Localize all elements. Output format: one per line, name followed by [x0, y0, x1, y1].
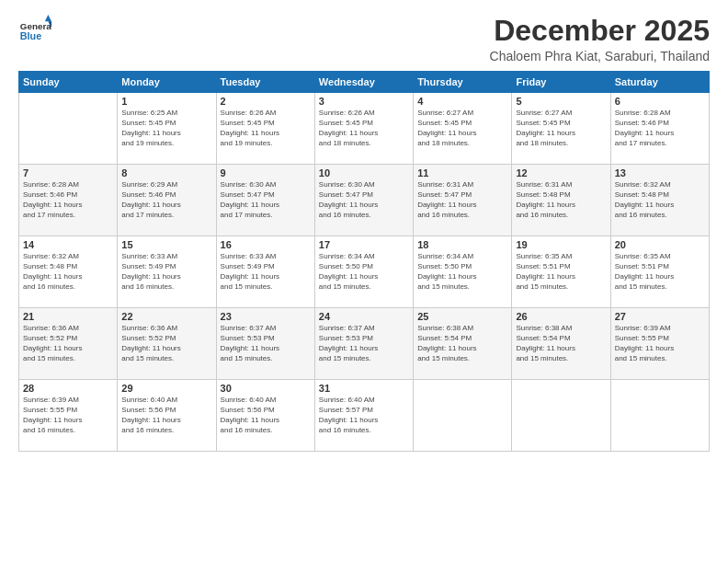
day-number: 31: [319, 383, 409, 394]
day-number: 2: [221, 96, 311, 107]
day-info: Sunrise: 6:26 AM Sunset: 5:45 PM Dayligh…: [319, 109, 409, 148]
day-info: Sunrise: 6:40 AM Sunset: 5:56 PM Dayligh…: [221, 396, 311, 435]
day-info: Sunrise: 6:40 AM Sunset: 5:57 PM Dayligh…: [319, 396, 409, 435]
calendar-cell: 13Sunrise: 6:32 AM Sunset: 5:48 PM Dayli…: [610, 165, 709, 236]
calendar-cell: 5Sunrise: 6:27 AM Sunset: 5:45 PM Daylig…: [512, 93, 610, 165]
day-info: Sunrise: 6:39 AM Sunset: 5:55 PM Dayligh…: [23, 396, 113, 435]
calendar-cell: 26Sunrise: 6:38 AM Sunset: 5:54 PM Dayli…: [512, 308, 610, 380]
day-info: Sunrise: 6:34 AM Sunset: 5:50 PM Dayligh…: [319, 252, 409, 292]
day-number: 7: [23, 167, 113, 178]
weekday-header-sunday: Sunday: [19, 72, 118, 93]
day-number: 25: [417, 311, 507, 322]
calendar-page: General Blue December 2025 Chaloem Phra …: [0, 0, 728, 563]
calendar-cell: [19, 93, 118, 165]
calendar-header: SundayMondayTuesdayWednesdayThursdayFrid…: [19, 72, 710, 93]
calendar-cell: 10Sunrise: 6:30 AM Sunset: 5:47 PM Dayli…: [314, 165, 413, 236]
day-number: 3: [319, 96, 409, 107]
day-number: 17: [319, 239, 409, 250]
month-title: December 2025: [490, 15, 710, 47]
day-info: Sunrise: 6:36 AM Sunset: 5:52 PM Dayligh…: [23, 324, 113, 363]
weekday-header-friday: Friday: [512, 72, 610, 93]
calendar-cell: 3Sunrise: 6:26 AM Sunset: 5:45 PM Daylig…: [314, 93, 413, 165]
logo: General Blue: [18, 15, 51, 48]
day-number: 5: [516, 96, 606, 107]
weekday-header-tuesday: Tuesday: [216, 72, 314, 93]
day-info: Sunrise: 6:28 AM Sunset: 5:46 PM Dayligh…: [23, 180, 113, 220]
location: Chaloem Phra Kiat, Saraburi, Thailand: [490, 49, 710, 63]
svg-marker-2: [45, 15, 51, 21]
day-number: 11: [417, 167, 507, 178]
day-info: Sunrise: 6:40 AM Sunset: 5:56 PM Dayligh…: [121, 396, 211, 435]
day-number: 18: [417, 239, 507, 250]
calendar-week-4: 21Sunrise: 6:36 AM Sunset: 5:52 PM Dayli…: [19, 308, 710, 380]
day-number: 12: [516, 167, 606, 178]
day-number: 27: [615, 311, 705, 322]
weekday-header-wednesday: Wednesday: [314, 72, 413, 93]
day-info: Sunrise: 6:37 AM Sunset: 5:53 PM Dayligh…: [319, 324, 409, 363]
day-number: 26: [516, 311, 606, 322]
day-info: Sunrise: 6:33 AM Sunset: 5:49 PM Dayligh…: [121, 252, 211, 292]
calendar-cell: 1Sunrise: 6:25 AM Sunset: 5:45 PM Daylig…: [118, 93, 216, 165]
header: General Blue December 2025 Chaloem Phra …: [18, 15, 710, 63]
calendar-cell: 23Sunrise: 6:37 AM Sunset: 5:53 PM Dayli…: [216, 308, 314, 380]
day-info: Sunrise: 6:30 AM Sunset: 5:47 PM Dayligh…: [221, 180, 311, 220]
day-info: Sunrise: 6:28 AM Sunset: 5:46 PM Dayligh…: [615, 109, 705, 148]
calendar-cell: [414, 380, 512, 452]
calendar-cell: 11Sunrise: 6:31 AM Sunset: 5:47 PM Dayli…: [414, 165, 512, 236]
day-info: Sunrise: 6:34 AM Sunset: 5:50 PM Dayligh…: [417, 252, 507, 292]
day-number: 21: [23, 311, 113, 322]
day-number: 10: [319, 167, 409, 178]
day-number: 1: [121, 96, 211, 107]
day-info: Sunrise: 6:38 AM Sunset: 5:54 PM Dayligh…: [516, 324, 606, 363]
day-number: 22: [121, 311, 211, 322]
calendar-cell: 19Sunrise: 6:35 AM Sunset: 5:51 PM Dayli…: [512, 236, 610, 308]
day-info: Sunrise: 6:37 AM Sunset: 5:53 PM Dayligh…: [221, 324, 311, 363]
day-info: Sunrise: 6:32 AM Sunset: 5:48 PM Dayligh…: [23, 252, 113, 292]
day-info: Sunrise: 6:30 AM Sunset: 5:47 PM Dayligh…: [319, 180, 409, 220]
calendar-cell: 12Sunrise: 6:31 AM Sunset: 5:48 PM Dayli…: [512, 165, 610, 236]
day-number: 24: [319, 311, 409, 322]
day-number: 4: [417, 96, 507, 107]
day-info: Sunrise: 6:36 AM Sunset: 5:52 PM Dayligh…: [121, 324, 211, 363]
calendar-cell: 31Sunrise: 6:40 AM Sunset: 5:57 PM Dayli…: [314, 380, 413, 452]
title-block: December 2025 Chaloem Phra Kiat, Sarabur…: [490, 15, 710, 63]
weekday-header-row: SundayMondayTuesdayWednesdayThursdayFrid…: [19, 72, 710, 93]
day-info: Sunrise: 6:27 AM Sunset: 5:45 PM Dayligh…: [417, 109, 507, 148]
day-info: Sunrise: 6:29 AM Sunset: 5:46 PM Dayligh…: [121, 180, 211, 220]
calendar-cell: 16Sunrise: 6:33 AM Sunset: 5:49 PM Dayli…: [216, 236, 314, 308]
day-number: 19: [516, 239, 606, 250]
day-number: 9: [221, 167, 311, 178]
calendar-cell: 9Sunrise: 6:30 AM Sunset: 5:47 PM Daylig…: [216, 165, 314, 236]
calendar-cell: [512, 380, 610, 452]
logo-icon: General Blue: [18, 15, 51, 48]
day-number: 13: [615, 167, 705, 178]
calendar-week-5: 28Sunrise: 6:39 AM Sunset: 5:55 PM Dayli…: [19, 380, 710, 452]
day-number: 28: [23, 383, 113, 394]
day-info: Sunrise: 6:35 AM Sunset: 5:51 PM Dayligh…: [516, 252, 606, 292]
calendar-body: 1Sunrise: 6:25 AM Sunset: 5:45 PM Daylig…: [19, 93, 710, 452]
day-number: 29: [121, 383, 211, 394]
calendar-cell: 22Sunrise: 6:36 AM Sunset: 5:52 PM Dayli…: [118, 308, 216, 380]
day-info: Sunrise: 6:33 AM Sunset: 5:49 PM Dayligh…: [221, 252, 311, 292]
calendar-cell: 15Sunrise: 6:33 AM Sunset: 5:49 PM Dayli…: [118, 236, 216, 308]
day-info: Sunrise: 6:31 AM Sunset: 5:48 PM Dayligh…: [516, 180, 606, 220]
weekday-header-thursday: Thursday: [414, 72, 512, 93]
day-info: Sunrise: 6:25 AM Sunset: 5:45 PM Dayligh…: [121, 109, 211, 148]
day-info: Sunrise: 6:27 AM Sunset: 5:45 PM Dayligh…: [516, 109, 606, 148]
day-info: Sunrise: 6:39 AM Sunset: 5:55 PM Dayligh…: [615, 324, 705, 363]
day-number: 15: [121, 239, 211, 250]
day-info: Sunrise: 6:31 AM Sunset: 5:47 PM Dayligh…: [417, 180, 507, 220]
calendar-cell: 21Sunrise: 6:36 AM Sunset: 5:52 PM Dayli…: [19, 308, 118, 380]
calendar-cell: 24Sunrise: 6:37 AM Sunset: 5:53 PM Dayli…: [314, 308, 413, 380]
svg-text:Blue: Blue: [20, 30, 41, 41]
day-info: Sunrise: 6:26 AM Sunset: 5:45 PM Dayligh…: [221, 109, 311, 148]
calendar-cell: 25Sunrise: 6:38 AM Sunset: 5:54 PM Dayli…: [414, 308, 512, 380]
day-number: 20: [615, 239, 705, 250]
calendar-week-1: 1Sunrise: 6:25 AM Sunset: 5:45 PM Daylig…: [19, 93, 710, 165]
day-number: 14: [23, 239, 113, 250]
calendar-cell: 29Sunrise: 6:40 AM Sunset: 5:56 PM Dayli…: [118, 380, 216, 452]
calendar-cell: 20Sunrise: 6:35 AM Sunset: 5:51 PM Dayli…: [610, 236, 709, 308]
calendar-cell: 7Sunrise: 6:28 AM Sunset: 5:46 PM Daylig…: [19, 165, 118, 236]
calendar-cell: [610, 380, 709, 452]
day-number: 30: [221, 383, 311, 394]
